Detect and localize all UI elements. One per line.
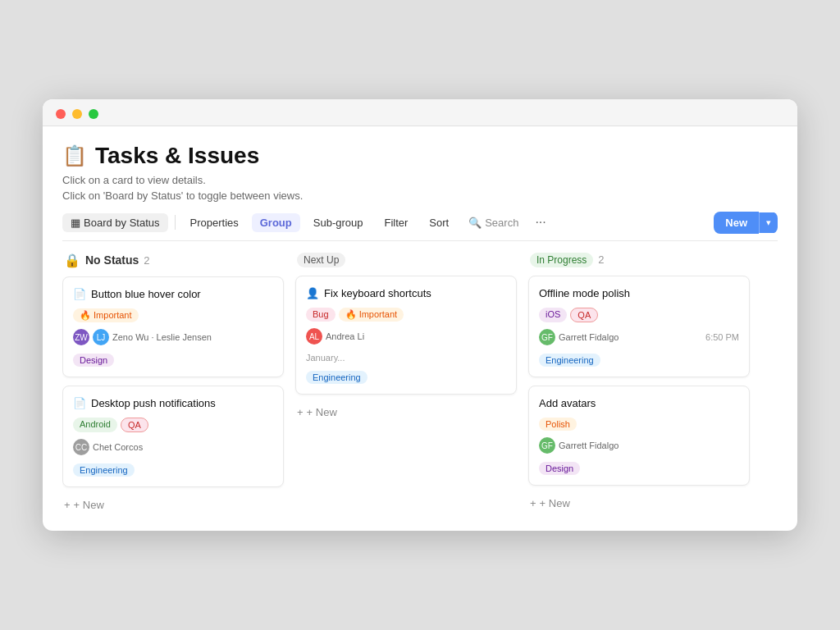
subgroup-label: Sub-group <box>313 217 363 229</box>
card-date-row: January... <box>306 349 506 364</box>
card-doc-icon: 📄 <box>73 288 86 300</box>
tag-ios: iOS <box>539 308 567 322</box>
avatar-zeno: ZW <box>73 329 89 345</box>
new-dropdown-button[interactable]: ▾ <box>759 212 778 233</box>
tag-polish: Polish <box>539 418 577 431</box>
tag-design-2: Design <box>539 462 580 475</box>
board-icon: ▦ <box>71 217 80 229</box>
card-tags-4: iOS QA <box>539 308 739 322</box>
sort-button[interactable]: Sort <box>421 213 457 232</box>
card-assignees-3: AL Andrea Li <box>306 328 506 345</box>
page-header: 📋 Tasks & Issues <box>62 143 778 169</box>
card-tags-5: Polish <box>539 418 739 431</box>
tag-bug: Bug <box>306 308 336 322</box>
add-card-next-up[interactable]: + + New <box>295 403 339 422</box>
more-icon: ··· <box>535 215 546 229</box>
add-icon: + <box>64 499 71 511</box>
card-title-4: Offline mode polish <box>539 286 630 301</box>
column-header-next-up: Next Up <box>295 253 517 267</box>
card-title-3: Fix keyboard shortcuts <box>324 286 431 301</box>
filter-label: Filter <box>384 217 408 229</box>
page-desc2: Click on 'Board by Status' to toggle bet… <box>62 189 778 202</box>
avatar-leslie: LJ <box>93 329 109 345</box>
card-title-5: Add avatars <box>539 396 596 411</box>
card-assignees-2: CC Chet Corcos <box>73 439 273 455</box>
board-by-status-button[interactable]: ▦ Board by Status <box>62 213 168 232</box>
titlebar <box>43 99 797 126</box>
group-label: Group <box>260 217 292 229</box>
properties-label: Properties <box>190 217 239 229</box>
avatar-chet: CC <box>73 439 89 455</box>
board-label: Board by Status <box>84 217 160 229</box>
card-doc-icon-2: 📄 <box>73 397 86 409</box>
search-icon: 🔍 <box>468 217 482 229</box>
card-title-row-2: 📄 Desktop push notifications <box>73 396 273 411</box>
toolbar: ▦ Board by Status Properties Group Sub-g… <box>62 205 778 241</box>
group-button[interactable]: Group <box>252 213 300 232</box>
card-bottom-tags-2: Engineering <box>73 462 273 477</box>
assignee-name-andrea: Andrea Li <box>326 331 364 341</box>
search-label: Search <box>485 217 518 229</box>
no-status-icon: 🔒 <box>64 253 80 268</box>
column-header-no-status: 🔒 No Status 2 <box>62 253 284 268</box>
card-person-icon: 👤 <box>306 287 319 299</box>
close-button[interactable] <box>56 109 66 119</box>
page-content: 📋 Tasks & Issues Click on a card to view… <box>43 126 797 531</box>
card-add-avatars[interactable]: Add avatars Polish GF Garrett Fidalgo De… <box>528 386 750 486</box>
tag-design: Design <box>73 354 114 367</box>
sort-label: Sort <box>429 217 449 229</box>
card-tags-2: Android QA <box>73 418 273 432</box>
avatar-andrea: AL <box>306 328 322 345</box>
add-card-in-progress[interactable]: + + New <box>528 494 572 513</box>
card-bottom-tags-3: Engineering <box>306 369 506 384</box>
subgroup-button[interactable]: Sub-group <box>305 213 372 232</box>
minimize-button[interactable] <box>72 109 82 119</box>
column-count-in-progress: 2 <box>598 253 604 266</box>
card-button-blue-hover[interactable]: 📄 Button blue hover color 🔥 Important ZW… <box>62 276 284 377</box>
add-card-no-status[interactable]: + + New <box>62 495 106 514</box>
new-button[interactable]: New <box>714 212 759 234</box>
status-badge-next-up: Next Up <box>297 253 345 267</box>
tag-engineering-2: Engineering <box>306 371 368 384</box>
card-title-2: Desktop push notifications <box>91 396 216 411</box>
card-bottom-tags-4: Engineering <box>539 352 739 367</box>
tag-qa-2: QA <box>570 308 598 322</box>
card-assignees-4: GF Garrett Fidalgo 6:50 PM <box>539 329 739 345</box>
card-assignees-5: GF Garrett Fidalgo <box>539 437 739 454</box>
add-label-3: + New <box>540 497 570 509</box>
card-desktop-push[interactable]: 📄 Desktop push notifications Android QA … <box>62 386 284 487</box>
avatar-garrett-2: GF <box>539 437 555 454</box>
page-icon: 📋 <box>62 144 87 167</box>
properties-button[interactable]: Properties <box>182 213 247 232</box>
add-label: + New <box>74 499 104 511</box>
card-title-row-5: Add avatars <box>539 396 739 411</box>
add-icon-3: + <box>530 497 536 509</box>
more-options-button[interactable]: ··· <box>530 212 550 233</box>
column-count-no-status: 2 <box>144 254 149 267</box>
tag-important-2: 🔥 Important <box>339 308 404 322</box>
filter-button[interactable]: Filter <box>376 213 416 232</box>
card-bottom-tags: Design <box>73 352 273 367</box>
card-date-4: 6:50 PM <box>705 332 739 342</box>
card-date: January... <box>306 353 345 363</box>
column-next-up: Next Up 👤 Fix keyboard shortcuts Bug 🔥 I… <box>295 253 517 514</box>
status-badge-in-progress: In Progress <box>530 253 593 267</box>
card-offline-mode[interactable]: Offline mode polish iOS QA GF Garrett Fi… <box>528 276 750 377</box>
tag-engineering-3: Engineering <box>539 354 600 367</box>
app-window: 📋 Tasks & Issues Click on a card to view… <box>43 99 797 531</box>
search-button[interactable]: 🔍 Search <box>462 213 525 232</box>
new-button-group: New ▾ <box>714 212 778 234</box>
page-title: Tasks & Issues <box>95 143 259 169</box>
card-bottom-tags-5: Design <box>539 460 739 475</box>
add-icon-2: + <box>297 406 304 418</box>
card-assignees: ZW LJ Zeno Wu · Leslie Jensen <box>73 329 273 345</box>
column-header-in-progress: In Progress 2 <box>528 253 750 267</box>
maximize-button[interactable] <box>89 109 98 119</box>
card-title-row: 📄 Button blue hover color <box>73 287 273 302</box>
assignee-name-garrett: Garrett Fidalgo <box>559 332 619 342</box>
card-fix-keyboard[interactable]: 👤 Fix keyboard shortcuts Bug 🔥 Important… <box>295 276 517 395</box>
assignee-name-chet: Chet Corcos <box>93 442 143 452</box>
assignee-name-garrett-2: Garrett Fidalgo <box>559 441 619 450</box>
card-title-row-4: Offline mode polish <box>539 286 739 301</box>
column-title-no-status: No Status <box>85 253 139 267</box>
